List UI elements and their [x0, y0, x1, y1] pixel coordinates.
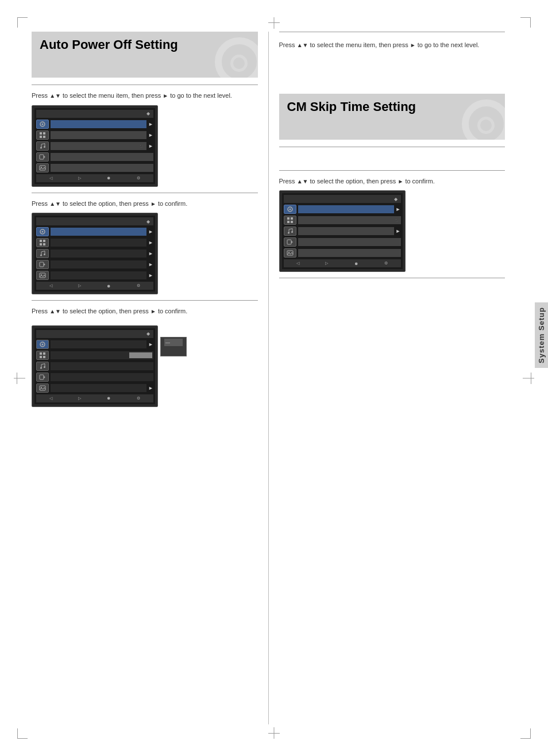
cm-skip-time-header: CM Skip Time Setting	[279, 94, 505, 140]
cm-row4-content	[298, 238, 401, 246]
s2-row3-arrow: ►	[148, 251, 153, 256]
system-setup-sidebar: System Setup	[535, 302, 548, 368]
step3-instruction: Press ▲▼ to select the option, then pres…	[32, 306, 258, 316]
submenu-item-1: —	[164, 339, 183, 346]
s2-row4-arrow: ►	[148, 262, 153, 267]
menu-row-5	[36, 163, 153, 173]
diamond-icon-2: ◆	[146, 219, 150, 224]
right-center-cross-v	[531, 373, 531, 384]
s2-row5-content	[51, 271, 146, 279]
top-center-cross-v	[274, 17, 275, 29]
s3-row-5: ►	[36, 383, 153, 393]
cm-bottom-icon-4: ⚙	[384, 261, 388, 266]
svg-rect-15	[43, 240, 45, 242]
right-spacer-2	[279, 153, 505, 164]
menu-bottom-bar-3: ◁ ▷ ⏺ ⚙	[36, 394, 153, 402]
cm-row-4	[284, 237, 401, 247]
s3-bottom-icon-2: ▷	[78, 396, 81, 401]
cm-step-instruction: Press ▲▼ to select the option, then pres…	[279, 176, 505, 186]
diamond-icon-1: ◆	[146, 111, 150, 116]
right-divider-2	[279, 170, 505, 171]
menu-row-settings-1: ►	[36, 119, 153, 129]
cm-bottom-icon-3: ⏺	[354, 262, 358, 266]
s2-row-4: ►	[36, 259, 153, 270]
menu-screen-3-wrapper: ◆ ►	[32, 321, 158, 412]
cm-bottom-bar: ◁ ▷ ⏺ ⚙	[284, 259, 401, 267]
svg-point-1	[42, 123, 44, 125]
svg-rect-4	[40, 136, 42, 138]
svg-marker-9	[44, 156, 45, 158]
row1-arrow: ►	[148, 121, 153, 127]
svg-rect-40	[287, 221, 290, 223]
s3-row4-content	[51, 373, 153, 381]
s2-row-1: ►	[36, 227, 153, 237]
s2-row-3: ►	[36, 248, 153, 259]
svg-rect-44	[287, 240, 291, 244]
s2-bottom-icon-3: ⏺	[107, 284, 111, 288]
svg-point-7	[44, 146, 45, 148]
svg-point-42	[288, 232, 290, 234]
submenu-item-2	[164, 347, 183, 354]
svg-rect-5	[43, 136, 45, 138]
s2-bottom-icon-4: ⚙	[137, 283, 140, 288]
svg-rect-17	[43, 243, 45, 245]
svg-point-19	[44, 254, 45, 255]
menu-row-3: ◾ ►	[36, 141, 153, 151]
row2-arrow: ►	[148, 132, 153, 138]
s2-row-2: ►	[36, 237, 153, 248]
s2-row2-arrow: ►	[148, 240, 153, 245]
corner-mark-tl	[17, 17, 28, 28]
cm-image-icon	[284, 248, 296, 258]
cm-menu-top-bar: ◆	[284, 195, 401, 203]
s3-bottom-icon-1: ◁	[49, 396, 52, 401]
cm-disc-inner	[477, 117, 495, 134]
diamond-icon-3: ◆	[146, 331, 150, 336]
left-column: Auto Power Off Setting Press ▲▼ to selec…	[32, 32, 269, 724]
corner-mark-br	[520, 728, 531, 739]
row5-content	[51, 164, 153, 172]
s2-row1-content	[51, 228, 146, 236]
svg-point-13	[42, 231, 44, 233]
svg-point-18	[40, 255, 42, 256]
image-icon-row	[36, 163, 49, 172]
svg-point-43	[291, 231, 293, 233]
step2-instruction: Press ▲▼ to select the option, then pres…	[32, 199, 258, 209]
right-step1-instruction: Press ▲▼ to select the menu item, then p…	[279, 40, 505, 50]
cm-bottom-icon-1: ◁	[296, 261, 299, 266]
bottom-icon-4: ⚙	[137, 176, 140, 181]
s2-settings-icon	[36, 227, 49, 236]
s3-settings-icon	[36, 340, 49, 349]
menu-screen-2: ◆ ► ►	[32, 213, 158, 294]
svg-rect-3	[43, 132, 45, 135]
settings-icon-row	[36, 120, 49, 129]
cm-row3-content	[298, 227, 394, 235]
cm-row-3: ►	[284, 226, 401, 236]
corner-mark-tr	[520, 17, 531, 28]
s3-row5-arrow: ►	[148, 385, 153, 391]
s2-row2-content	[51, 239, 146, 247]
s3-music-icon	[36, 362, 49, 371]
auto-power-off-header: Auto Power Off Setting	[32, 32, 258, 78]
svg-point-31	[44, 366, 45, 368]
cm-menu-screen: ◆ ► ◾	[279, 190, 406, 272]
cm-row2-content: ◾	[298, 216, 401, 224]
bottom-icon-1: ◁	[49, 176, 52, 181]
cm-diamond-icon: ◆	[394, 197, 398, 202]
svg-rect-27	[43, 352, 45, 355]
bottom-icon-2: ▷	[78, 176, 81, 181]
menu-bottom-bar-2: ◁ ▷ ⏺ ⚙	[36, 282, 153, 290]
row2-content	[51, 131, 146, 139]
s3-grid-icon	[36, 351, 49, 360]
s2-row4-content	[51, 260, 146, 268]
s3-video-icon	[36, 373, 49, 382]
svg-rect-26	[40, 352, 42, 355]
menu-top-bar-1: ◆	[36, 110, 153, 118]
menu-top-bar-3: ◆	[36, 330, 153, 338]
menu-top-bar-2: ◆	[36, 217, 153, 225]
cm-grid-icon	[284, 216, 296, 225]
s3-row1-content	[51, 340, 146, 348]
s3-row-2	[36, 350, 153, 360]
s3-row3-content	[51, 362, 153, 370]
s3-bottom-icon-3: ⏺	[107, 396, 111, 400]
menu-screen-3: ◆ ►	[32, 325, 158, 407]
